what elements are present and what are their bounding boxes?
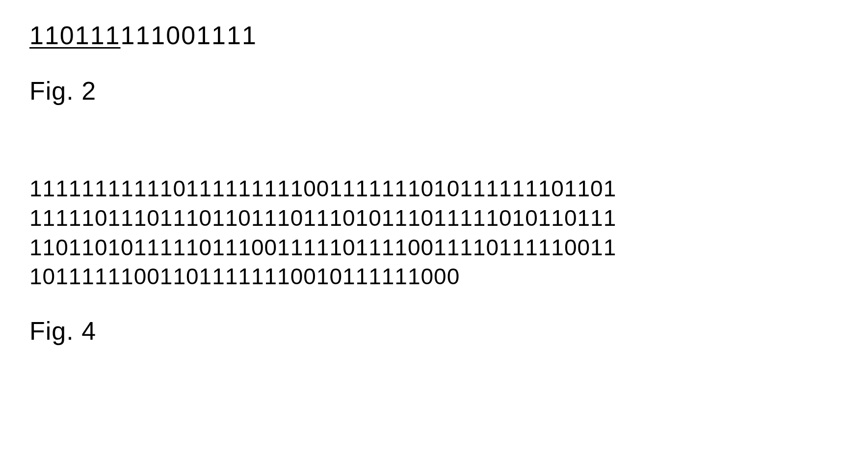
figure-2-section: 110111111001111 Fig. 2	[29, 20, 839, 106]
figure-4-label: Fig. 4	[29, 316, 839, 346]
binary-line-4: 101111110011011111110010111111000	[29, 262, 839, 292]
figure-2-label: Fig. 2	[29, 76, 839, 106]
binary-line-1: 1111111111101111111110011111110101111111…	[29, 174, 839, 204]
binary-line-3: 1101101011111011100111110111100111101111…	[29, 233, 839, 263]
binary-underlined-part: 110111	[29, 21, 121, 50]
binary-line-2: 1111101110111011011101110101110111110101…	[29, 204, 839, 233]
figure-4-section: 1111111111101111111110011111110101111111…	[29, 174, 839, 346]
binary-string-fig2: 110111111001111	[29, 20, 839, 52]
binary-block-fig4: 1111111111101111111110011111110101111111…	[29, 174, 839, 292]
binary-rest-part: 111001111	[121, 21, 257, 50]
